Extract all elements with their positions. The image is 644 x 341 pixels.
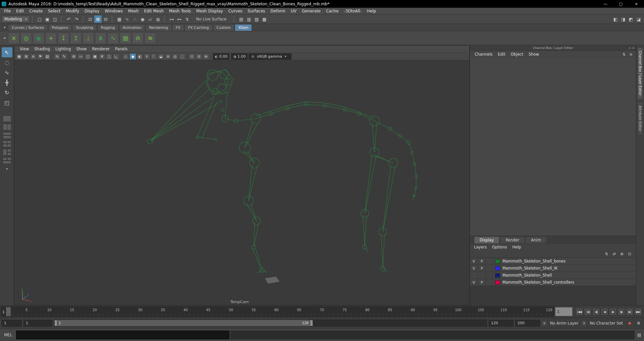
layer-name[interactable]: Mammoth_Skeleton_Shell: [502, 273, 552, 278]
xgen-attach-description-icon[interactable]: ↧: [58, 33, 69, 44]
layer-playback-toggle[interactable]: [478, 272, 486, 279]
sidebar-vertical-tab[interactable]: Attribute Editor: [637, 102, 643, 135]
ipr-render-icon[interactable]: ▨: [253, 15, 260, 23]
xgen-sphere-groom-icon[interactable]: ◉: [33, 33, 44, 44]
live-surface-field[interactable]: No Live Surface: [192, 17, 231, 21]
menu-item[interactable]: Display: [82, 9, 102, 13]
shelf-tab[interactable]: Custom: [213, 24, 234, 31]
layer-display-type-cell[interactable]: [486, 279, 493, 286]
lock-camera-icon[interactable]: ⊠: [23, 53, 30, 60]
menu-item[interactable]: Edit: [13, 9, 26, 13]
2d-pan-zoom-icon[interactable]: ⇆: [54, 53, 60, 60]
command-line-language-toggle[interactable]: MEL: [1, 333, 15, 337]
step-back-one-key-button[interactable]: |◀: [584, 308, 592, 316]
xgen-add-collection-icon[interactable]: +: [45, 33, 57, 44]
screen-space-ao-icon[interactable]: ◒: [158, 53, 164, 60]
more-layouts-button[interactable]: ▾: [6, 167, 8, 171]
anti-aliasing-icon[interactable]: ≋: [165, 53, 171, 60]
safe-title-icon[interactable]: ◺: [113, 53, 119, 60]
toolbar-grip[interactable]: [112, 16, 113, 22]
dock-panel-icon[interactable]: ▫: [629, 46, 631, 50]
shelf-tab[interactable]: XGen: [235, 24, 252, 31]
layer-visibility-toggle[interactable]: [470, 272, 478, 279]
xgen-open-editor-icon[interactable]: ×: [8, 33, 19, 44]
resolution-gate-icon[interactable]: ◫: [85, 53, 91, 60]
channel-box-menu[interactable]: Edit: [495, 52, 508, 57]
viewport-canvas[interactable]: y x z TempCam: [14, 60, 469, 305]
play-backwards-button[interactable]: ◀: [601, 308, 608, 316]
create-empty-layer-icon[interactable]: ⊞: [619, 251, 625, 257]
layer-visibility-toggle[interactable]: V: [470, 279, 478, 286]
current-time-field[interactable]: [555, 307, 573, 316]
menu-set-selector[interactable]: Modeling ▾: [2, 16, 30, 22]
layer-editor-tab[interactable]: Display: [474, 236, 499, 243]
shelf-tab[interactable]: Animation: [119, 24, 145, 31]
xgen-place-guides-icon[interactable]: ⋔: [95, 33, 106, 44]
menu-item[interactable]: Modify: [63, 9, 82, 13]
xgen-clump-icon[interactable]: ⋒: [132, 33, 144, 44]
gate-mask-icon[interactable]: ▣: [92, 53, 98, 60]
shelf-tab-options-icon[interactable]: ▾: [1, 24, 8, 31]
step-forward-one-frame-button[interactable]: |▶: [618, 308, 625, 316]
step-forward-one-key-button[interactable]: ▶|: [626, 308, 634, 316]
layer-color-swatch[interactable]: [495, 280, 500, 285]
grid-icon[interactable]: ⊞: [70, 53, 77, 60]
animation-preferences-button[interactable]: ⚙: [635, 320, 642, 327]
panel-menu-item[interactable]: Renderer: [90, 47, 113, 51]
menu-item[interactable]: Curves: [226, 9, 245, 13]
snap-to-projected-center-icon[interactable]: ◉: [139, 15, 146, 23]
make-live-icon[interactable]: ◍: [154, 15, 162, 23]
snap-to-points-icon[interactable]: ∴: [131, 15, 139, 23]
panel-menu-item[interactable]: Panels: [112, 47, 130, 51]
menu-item[interactable]: Mesh: [125, 9, 142, 13]
layer-playback-toggle[interactable]: P: [478, 258, 486, 265]
snap-to-view-planes-icon[interactable]: ▱: [147, 15, 154, 23]
playback-end-field[interactable]: [489, 320, 514, 327]
shelf-tab[interactable]: FX Caching: [184, 24, 213, 31]
menu-item[interactable]: Edit Mesh: [141, 9, 166, 13]
exposure-control[interactable]: ◐ 0.00: [213, 53, 229, 60]
xgen-create-description-icon[interactable]: ◍: [20, 33, 32, 44]
layer-color-swatch[interactable]: [495, 273, 500, 278]
toggle-channel-box-icon[interactable]: ◪: [635, 15, 642, 23]
xgen-comb-icon[interactable]: ∿: [107, 33, 119, 44]
save-scene-icon[interactable]: ◫: [51, 15, 59, 23]
toggle-modeling-toolkit-icon[interactable]: ◧: [612, 15, 619, 23]
layer-row[interactable]: V P Mammoth_Skeleton_Shell_controllers: [470, 279, 636, 286]
shadows-icon[interactable]: ☾: [151, 53, 157, 60]
isolate-select-icon[interactable]: ⊙: [189, 53, 195, 60]
channel-box-menu[interactable]: Show: [526, 52, 542, 57]
menu-item[interactable]: Create: [26, 9, 45, 13]
output-connections-icon[interactable]: ⊷: [176, 15, 183, 23]
xray-joints-icon[interactable]: ⊕: [203, 53, 209, 60]
step-back-one-frame-button[interactable]: ◀|: [592, 308, 600, 316]
channel-stats-icon[interactable]: ≡: [628, 51, 634, 57]
menu-item[interactable]: Cache: [323, 9, 341, 13]
lasso-select-tool[interactable]: ◌: [2, 57, 12, 67]
xgen-preview-icon[interactable]: ≋: [145, 33, 156, 44]
menu-item[interactable]: Help: [364, 9, 379, 13]
open-render-view-icon[interactable]: ▤: [237, 15, 245, 23]
close-panel-icon[interactable]: ×: [632, 46, 635, 50]
wireframe-icon[interactable]: ◇: [122, 53, 129, 60]
layers-sync-icon[interactable]: ⇄: [611, 251, 617, 257]
scale-tool[interactable]: ◰: [2, 98, 12, 108]
layout-two-panes-stacked-button[interactable]: [3, 132, 11, 139]
layer-playback-toggle[interactable]: P: [478, 279, 486, 286]
depth-of-field-icon[interactable]: ◎: [172, 53, 178, 60]
command-line-input[interactable]: [16, 331, 229, 339]
range-start-handle[interactable]: [54, 320, 57, 326]
open-scene-icon[interactable]: ▣: [44, 15, 51, 23]
layout-four-panes-button[interactable]: [3, 140, 11, 147]
channel-box-header[interactable]: Channel Box / Layer Editor ▫×: [470, 45, 636, 51]
layer-visibility-toggle[interactable]: V: [470, 265, 478, 272]
animation-start-field[interactable]: [2, 320, 22, 327]
layer-editor-menu[interactable]: Options: [489, 245, 509, 249]
select-component-icon[interactable]: ⊟: [102, 15, 109, 23]
character-set-selector[interactable]: No Character Set: [588, 321, 624, 326]
layer-display-type-cell[interactable]: [486, 258, 493, 265]
move-tool[interactable]: ╋: [2, 77, 12, 88]
shelf-tab[interactable]: Sculpting: [72, 24, 97, 31]
view-transform-selector[interactable]: ⊜ sRGB gamma ▾: [249, 53, 291, 60]
script-editor-button[interactable]: ▤: [636, 331, 643, 339]
